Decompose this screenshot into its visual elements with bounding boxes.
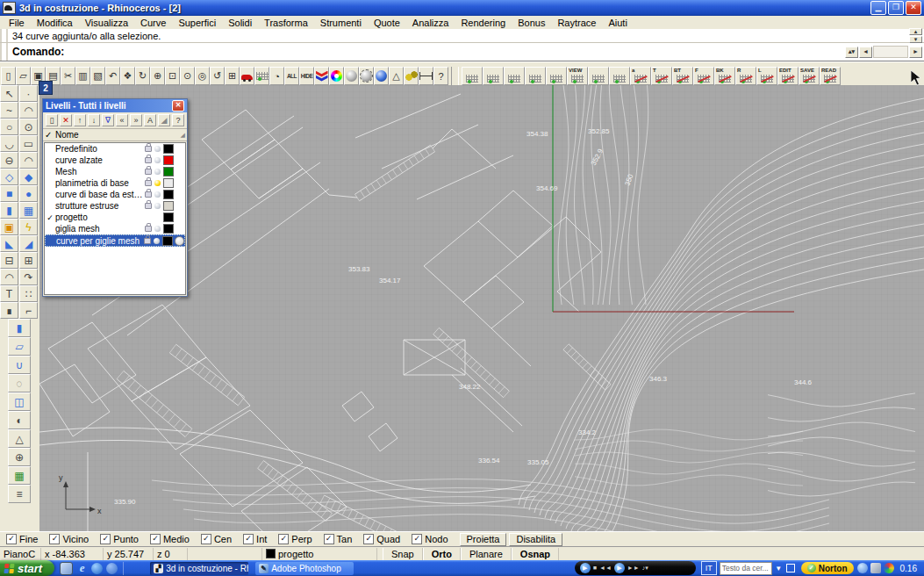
planare-button[interactable]: Planare (461, 548, 512, 560)
layer-chevron-icon[interactable] (314, 67, 329, 85)
panel-close-icon[interactable]: ✕ (172, 100, 184, 112)
hide-icon[interactable]: HIDE (299, 67, 314, 85)
bulb-icon[interactable] (153, 169, 162, 175)
menu-superfici[interactable]: Superfici (172, 18, 222, 28)
menu-solidi[interactable]: Solidi (222, 18, 258, 28)
copy-icon[interactable]: ▥ (75, 67, 90, 85)
split-icon[interactable]: ⊞ (19, 252, 38, 269)
dock-grip[interactable] (0, 43, 8, 61)
view-edit-icon[interactable]: EDIT (777, 67, 799, 85)
surface-plane-icon[interactable]: ◇ (0, 169, 18, 185)
taskbar-task-rhino[interactable]: ▞ 3d in costruzione - Rh... (150, 562, 248, 575)
command-spin-icon[interactable]: ▴▾ (845, 47, 858, 58)
taskbar-search-input[interactable]: Testo da cer... (720, 562, 772, 575)
new-layer-icon[interactable]: ▯ (46, 114, 58, 126)
rename-icon[interactable]: A (144, 114, 156, 126)
bulb-icon[interactable] (153, 203, 162, 209)
internet-explorer-icon[interactable]: e (76, 563, 88, 574)
layer-color-swatch[interactable] (163, 201, 174, 211)
open-file-icon[interactable]: ▱ (16, 67, 31, 85)
orto-button[interactable]: Orto (423, 548, 461, 560)
mesh-view-5-icon[interactable] (546, 67, 567, 85)
layer-color-swatch[interactable] (163, 178, 174, 188)
bulb-icon[interactable] (153, 191, 162, 198)
shaded-viewport-icon[interactable] (344, 67, 359, 85)
circle-icon[interactable]: ○ (0, 119, 18, 135)
menu-rendering[interactable]: Rendering (455, 18, 512, 28)
loft-icon[interactable]: ∪ (8, 356, 31, 374)
mesh-tools-icon[interactable]: ▦ (8, 466, 31, 485)
snap-button[interactable]: Snap (383, 548, 423, 560)
menu-raytrace[interactable]: Raytrace (551, 18, 602, 28)
bulb-icon[interactable] (153, 146, 162, 152)
norton-badge[interactable]: ✓ Norton (801, 562, 854, 574)
layer-row[interactable]: giglia mesh (45, 223, 185, 234)
notes-icon[interactable]: ≡ (8, 485, 31, 503)
freeform-curve-icon[interactable]: ◡ (0, 135, 18, 152)
messenger-icon[interactable] (106, 563, 118, 574)
view-top-icon[interactable]: T (651, 67, 672, 85)
surface-strip-icon[interactable]: ▱ (8, 337, 31, 356)
layer-color-swatch[interactable] (163, 190, 174, 199)
dock-grip[interactable] (0, 29, 8, 42)
osnap-vicino-checkbox[interactable]: ✓Vicino (49, 534, 89, 544)
start-button[interactable]: start (0, 560, 54, 576)
osnap-quad-checkbox[interactable]: ✓Quad (363, 534, 400, 544)
restore-button[interactable]: ❐ (888, 1, 904, 15)
undo-view-icon[interactable]: ↺ (210, 67, 225, 85)
layer-row[interactable]: curve alzate (45, 155, 185, 166)
current-layer-chip[interactable]: progetto (261, 548, 377, 560)
material-icon[interactable] (174, 236, 184, 246)
pan-icon[interactable]: ❖ (120, 67, 135, 85)
lock-icon[interactable] (143, 146, 153, 152)
osnap-medio-checkbox[interactable]: ✓Medio (150, 534, 190, 544)
zoom-extents-icon[interactable]: ◎ (195, 67, 210, 85)
mesh-view-8-icon[interactable]: a (630, 67, 651, 85)
rectangle-icon[interactable]: ▭ (19, 135, 38, 152)
layer-row[interactable]: strutture estruse (45, 200, 185, 212)
scroll-right-icon[interactable]: ► (909, 47, 922, 58)
layer-row[interactable]: planimetria di base (45, 177, 185, 189)
play-icon[interactable]: ▶ (614, 563, 625, 573)
menu-analizza[interactable]: Analizza (406, 18, 455, 28)
extrude-icon[interactable]: ▮ (8, 319, 31, 337)
show-desktop-icon[interactable] (60, 562, 73, 575)
curve-cv-icon[interactable]: ~ (0, 102, 18, 119)
cplane-button[interactable]: PianoC (0, 548, 41, 560)
analyze-icon[interactable]: △ (8, 429, 31, 448)
viewport-tab[interactable]: 2 (39, 81, 53, 95)
disabilita-button[interactable]: Disabilita (509, 533, 562, 546)
lock-icon[interactable] (143, 191, 153, 198)
text-icon[interactable]: T (0, 285, 18, 302)
zoom-window-icon[interactable]: ⊡ (165, 67, 180, 85)
view-back-icon[interactable]: BK (714, 67, 735, 85)
cut-icon[interactable]: ✂ (61, 67, 75, 85)
move-up-icon[interactable]: ↑ (74, 114, 86, 126)
osnap-tan-checkbox[interactable]: ✓Tan (324, 534, 353, 544)
menu-strumenti[interactable]: Strumenti (314, 18, 368, 28)
explode-icon[interactable]: ϟ (19, 219, 38, 235)
volume-icon[interactable]: ♪▾ (642, 565, 648, 572)
paste-icon[interactable]: ▧ (90, 67, 105, 85)
osnap-perp-checkbox[interactable]: ✓Perp (278, 534, 312, 544)
taskbar-task-photoshop[interactable]: ✎ Adobe Photoshop (255, 562, 354, 575)
options-gears-icon[interactable] (404, 67, 419, 85)
player-launch-icon[interactable]: ▶ (580, 563, 591, 573)
cylinder-icon[interactable]: ▮ (0, 202, 18, 219)
menu-quote[interactable]: Quote (368, 18, 406, 28)
bulb-icon[interactable] (153, 226, 162, 232)
mesh-view-6-icon[interactable] (588, 67, 609, 85)
layers-header[interactable]: ✓ Nome ◢ (43, 129, 187, 141)
filter-icon[interactable]: ∇ (102, 114, 114, 126)
revolve-icon[interactable]: ◌ (8, 374, 31, 392)
close-button[interactable]: ✕ (906, 1, 921, 15)
circle-tangent-icon[interactable]: ⊖ (0, 152, 18, 169)
point-grid-icon[interactable]: ∷ (19, 285, 38, 302)
render-icon[interactable] (240, 67, 254, 85)
select-arrow-icon[interactable]: ↖ (0, 85, 18, 102)
boolean-union-icon[interactable]: ▦ (19, 202, 38, 219)
expand-icon[interactable]: » (130, 114, 142, 126)
panel-help-icon[interactable]: ? (172, 114, 184, 126)
arc-icon[interactable]: ◠ (19, 152, 38, 169)
lock-icon[interactable] (143, 203, 153, 209)
